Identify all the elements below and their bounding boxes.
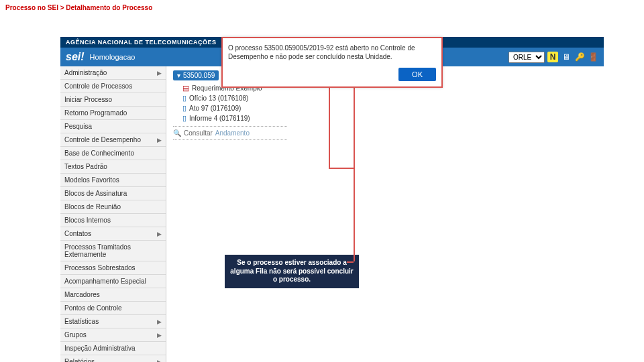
- sidebar-item[interactable]: Pesquisa: [60, 120, 166, 133]
- sidebar-item[interactable]: Marcadores: [60, 288, 166, 302]
- exit-icon[interactable]: 🚪: [588, 52, 598, 62]
- sidebar-item-label: Pesquisa: [64, 123, 92, 130]
- sidebar-item[interactable]: Processos Sobrestados: [60, 261, 166, 275]
- env-label: Homologacao: [90, 53, 136, 61]
- sidebar-item-label: Blocos de Reunião: [64, 203, 121, 210]
- sidebar-item-label: Administração: [64, 69, 107, 76]
- consult-link[interactable]: Andamento: [215, 129, 250, 137]
- document-item[interactable]: ▯Ofício 13 (0176108): [182, 93, 597, 103]
- connector-line: [354, 80, 355, 261]
- document-icon: ▯: [182, 94, 186, 103]
- chevron-right-icon: ▶: [157, 137, 162, 143]
- connector-line: [329, 168, 354, 169]
- sidebar-item-label: Retorno Programado: [64, 109, 127, 117]
- sidebar-item-label: Textos Padrão: [64, 163, 107, 170]
- sidebar-item[interactable]: Pontos de Controle: [60, 302, 166, 315]
- document-list: ▤Requerimento Exemplo▯Ofício 13 (0176108…: [182, 83, 597, 123]
- divider: [173, 126, 287, 127]
- sidebar-item[interactable]: Blocos de Reunião: [60, 200, 166, 214]
- breadcrumb: Processo no SEI > Detalhamento do Proces…: [0, 0, 644, 15]
- sidebar-item-label: Relatórios: [64, 358, 95, 362]
- chevron-right-icon: ▶: [157, 332, 162, 339]
- sidebar-item[interactable]: Base de Conhecimento: [60, 147, 166, 160]
- sidebar-item[interactable]: Blocos de Assinatura: [60, 187, 166, 200]
- sidebar-item-label: Processos Tramitados Externamente: [64, 243, 162, 258]
- consult-row[interactable]: 🔍 Consultar Andamento: [173, 129, 597, 137]
- sidebar-item-label: Inspeção Administrativa: [64, 345, 136, 352]
- process-number: 53500.059: [183, 72, 215, 79]
- sidebar-item-label: Controle de Desempenho: [64, 136, 141, 143]
- annotation-callout: Se o processo estiver associado a alguma…: [225, 255, 359, 288]
- sidebar-item[interactable]: Estatísticas▶: [60, 315, 166, 328]
- sidebar-item-label: Estatísticas: [64, 318, 99, 325]
- sidebar-item-label: Acompanhamento Especial: [64, 278, 146, 285]
- sidebar-item[interactable]: Inspeção Administrativa: [60, 342, 166, 355]
- document-label: Informe 4 (0176119): [189, 115, 250, 122]
- sidebar-item[interactable]: Iniciar Processo: [60, 93, 166, 107]
- postit-icon[interactable]: N: [547, 52, 558, 62]
- sidebar-item-label: Contatos: [64, 230, 91, 237]
- sidebar-item-label: Controle de Processos: [64, 82, 132, 90]
- sidebar-item[interactable]: Retorno Programado: [60, 107, 166, 120]
- chevron-right-icon: ▶: [157, 359, 162, 363]
- chevron-right-icon: ▶: [157, 318, 162, 325]
- process-number-badge[interactable]: ▾ 53500.059: [173, 70, 219, 80]
- sidebar-item[interactable]: Controle de Processos: [60, 80, 166, 93]
- chevron-right-icon: ▶: [157, 231, 162, 237]
- content-area: ▾ 53500.059 ▤Requerimento Exemplo▯Ofício…: [166, 66, 604, 362]
- connector-line: [329, 80, 330, 168]
- sidebar-item[interactable]: Contatos▶: [60, 227, 166, 241]
- sidebar-item-label: Blocos Internos: [64, 217, 111, 224]
- sidebar-item-label: Base de Conhecimento: [64, 149, 134, 157]
- sidebar-item[interactable]: Modelos Favoritos: [60, 174, 166, 187]
- ok-button[interactable]: OK: [398, 68, 436, 81]
- sidebar: Administração▶Controle de ProcessosInici…: [60, 66, 166, 362]
- document-label: Ofício 13 (0176108): [189, 95, 248, 102]
- divider: [173, 139, 287, 140]
- sidebar-item[interactable]: Controle de Desempenho▶: [60, 133, 166, 147]
- alert-modal: O processo 53500.059005/2019-92 está abe…: [221, 37, 443, 88]
- sidebar-item[interactable]: Blocos Internos: [60, 214, 166, 227]
- sidebar-item-label: Modelos Favoritos: [64, 176, 119, 184]
- sidebar-item[interactable]: Relatórios▶: [60, 355, 166, 362]
- sidebar-item[interactable]: Processos Tramitados Externamente: [60, 241, 166, 261]
- monitor-icon[interactable]: 🖥: [561, 52, 572, 62]
- key-icon[interactable]: 🔑: [574, 52, 585, 62]
- consult-prefix: Consultar: [184, 129, 213, 137]
- magnifier-icon: 🔍: [173, 129, 181, 137]
- unit-select[interactable]: ORLE: [508, 52, 545, 63]
- sidebar-item[interactable]: Grupos▶: [60, 328, 166, 342]
- sidebar-item[interactable]: Administração▶: [60, 66, 166, 80]
- sidebar-item[interactable]: Textos Padrão: [60, 160, 166, 174]
- sidebar-item-label: Marcadores: [64, 291, 100, 298]
- pdf-icon: ▤: [182, 84, 189, 93]
- document-icon: ▯: [182, 114, 186, 123]
- sidebar-item[interactable]: Acompanhamento Especial: [60, 275, 166, 288]
- document-label: Ato 97 (0176109): [189, 105, 241, 112]
- sidebar-item-label: Grupos: [64, 331, 87, 339]
- sidebar-item-label: Processos Sobrestados: [64, 264, 136, 272]
- document-item[interactable]: ▯Informe 4 (0176119): [182, 113, 597, 123]
- sei-logo: sei!: [66, 51, 85, 63]
- modal-text: O processo 53500.059005/2019-92 está abe…: [228, 44, 436, 61]
- sidebar-item-label: Pontos de Controle: [64, 304, 122, 312]
- tree-collapse-icon[interactable]: ▾: [177, 72, 180, 79]
- sidebar-item-label: Blocos de Assinatura: [64, 190, 127, 197]
- document-item[interactable]: ▯Ato 97 (0176109): [182, 103, 597, 113]
- sidebar-item-label: Iniciar Processo: [64, 96, 112, 103]
- document-icon: ▯: [182, 104, 186, 113]
- chevron-right-icon: ▶: [157, 70, 162, 76]
- connector-line: [347, 261, 354, 263]
